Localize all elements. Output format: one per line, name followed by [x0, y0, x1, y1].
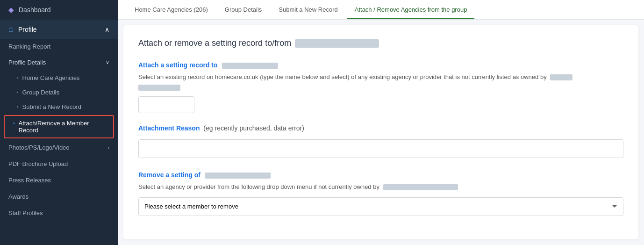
- sidebar-dashboard-label: Dashboard: [19, 6, 51, 14]
- remove-desc: Select an agency or provider from the fo…: [138, 182, 623, 192]
- attach-desc-blurred: [550, 74, 572, 80]
- attach-search-input[interactable]: [138, 96, 194, 113]
- sidebar-item-awards[interactable]: Awards: [0, 188, 118, 205]
- attachment-reason-input[interactable]: [138, 139, 623, 158]
- attach-desc: Select an existing record on homecare.co…: [138, 72, 623, 91]
- remove-label-text: Remove a setting of: [138, 171, 200, 179]
- tab-group-details[interactable]: Group Details: [217, 1, 269, 19]
- sidebar-press-releases-label: Press Releases: [8, 177, 51, 184]
- remove-label: Remove a setting of: [138, 171, 623, 179]
- tab-submit-new-record[interactable]: Submit a New Record: [271, 1, 345, 19]
- sidebar-item-dashboard[interactable]: ◆ Dashboard: [0, 0, 118, 20]
- sidebar-awards-label: Awards: [8, 193, 29, 200]
- attach-desc-blurred2: [138, 85, 180, 91]
- attach-section: Attach a setting record to Select an exi…: [138, 61, 623, 124]
- sidebar-item-attach-remove[interactable]: Attach/Remove a Member Record: [4, 115, 114, 138]
- sidebar-home-care-label: Home Care Agencies: [22, 74, 80, 81]
- sidebar-pdf-label: PDF Brochure Upload: [8, 160, 68, 167]
- sidebar-item-home-care-agencies[interactable]: Home Care Agencies: [0, 71, 118, 85]
- sidebar-profile-label: Profile: [18, 26, 37, 33]
- remove-section: Remove a setting of Select an agency or …: [138, 171, 623, 216]
- sidebar-ranking-label: Ranking Report: [8, 43, 50, 50]
- diamond-icon: ◆: [8, 6, 14, 14]
- sidebar-item-pdf[interactable]: PDF Brochure Upload: [0, 156, 118, 172]
- sidebar-group-details-label: Group Details: [22, 89, 59, 96]
- sidebar-staff-profiles-label: Staff Profiles: [8, 209, 43, 216]
- remove-label-blurred: [205, 173, 271, 179]
- home-icon: ⌂: [8, 24, 14, 34]
- attach-label-text: Attach a setting record to: [138, 61, 218, 69]
- page-title-prefix: Attach or remove a setting record to/fro…: [138, 38, 291, 48]
- remove-desc-text: Select an agency or provider from the fo…: [138, 183, 379, 190]
- sidebar-attach-remove-label: Attach/Remove a Member Record: [19, 120, 107, 134]
- tab-bar: Home Care Agencies (206) Group Details S…: [118, 0, 644, 20]
- tab-home-care-agencies[interactable]: Home Care Agencies (206): [127, 1, 215, 19]
- sidebar-photos-label: Photos/PS/Logo/Video: [8, 144, 70, 151]
- sidebar-item-photos[interactable]: Photos/PS/Logo/Video ›: [0, 139, 118, 156]
- tab-attach-remove-label: Attach / Remove Agencies from the group: [355, 6, 467, 13]
- sidebar-item-staff-profiles[interactable]: Staff Profiles: [0, 205, 118, 221]
- sidebar-profile-details-label: Profile Details: [8, 59, 46, 66]
- member-select[interactable]: Please select a member to remove: [138, 197, 623, 216]
- chevron-up-icon: ∧: [105, 26, 109, 33]
- attach-label: Attach a setting record to: [138, 61, 623, 69]
- main-area: Home Care Agencies (206) Group Details S…: [118, 0, 644, 245]
- page-title-blurred: [295, 39, 379, 48]
- chevron-right-icon: ›: [107, 145, 109, 151]
- remove-desc-blurred: [383, 184, 458, 190]
- sidebar: ◆ Dashboard ⌂ Profile ∧ Ranking Report P…: [0, 0, 118, 245]
- sidebar-item-press-releases[interactable]: Press Releases: [0, 172, 118, 188]
- page-title: Attach or remove a setting record to/fro…: [138, 38, 623, 48]
- sidebar-item-profile-details[interactable]: Profile Details ∨: [0, 54, 118, 71]
- attachment-reason-strong: Attachment Reason: [138, 124, 200, 132]
- attach-desc-text: Select an existing record on homecare.co…: [138, 73, 547, 80]
- sidebar-submit-new-label: Submit a New Record: [22, 103, 81, 110]
- tab-submit-new-label: Submit a New Record: [279, 6, 337, 13]
- chevron-down-icon: ∨: [106, 59, 109, 65]
- tab-group-details-label: Group Details: [225, 6, 262, 13]
- sidebar-item-ranking-report[interactable]: Ranking Report: [0, 39, 118, 54]
- attach-label-blurred: [222, 63, 278, 69]
- sidebar-item-profile[interactable]: ⌂ Profile ∧: [0, 20, 118, 39]
- sidebar-item-group-details[interactable]: Group Details: [0, 85, 118, 100]
- page-content: Attach or remove a setting record to/fro…: [123, 25, 638, 239]
- attachment-reason-label: Attachment Reason (eg recently purchased…: [138, 124, 623, 132]
- sidebar-item-submit-new-record[interactable]: Submit a New Record: [0, 100, 118, 114]
- attachment-reason-section: Attachment Reason (eg recently purchased…: [138, 124, 623, 171]
- attachment-reason-note: (eg recently purchased, data error): [203, 124, 304, 132]
- tab-home-care-label: Home Care Agencies (206): [135, 6, 208, 13]
- tab-attach-remove[interactable]: Attach / Remove Agencies from the group: [347, 1, 475, 19]
